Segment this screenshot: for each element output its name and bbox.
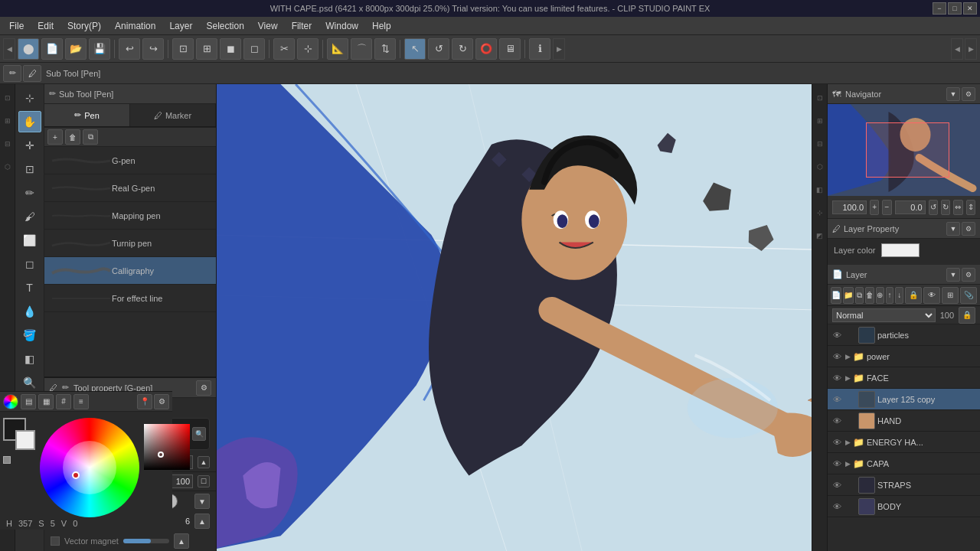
layer-new-btn[interactable]: 📄: [831, 287, 841, 304]
extra-scroll-right[interactable]: ▶: [965, 38, 977, 60]
vector-magnet-opt[interactable]: ▲: [174, 533, 189, 549]
undo-btn[interactable]: ↩: [119, 38, 140, 60]
brush-mapping-pen[interactable]: Mapping pen: [44, 202, 216, 230]
tool-fill[interactable]: 🪣: [18, 324, 41, 346]
antialias-opt-btn[interactable]: ▼: [194, 494, 210, 509]
sub-icon2-btn[interactable]: 🖊: [23, 65, 41, 82]
menu-window[interactable]: Window: [319, 19, 364, 33]
tool-pen[interactable]: ✏: [18, 182, 41, 204]
layer-folder-btn[interactable]: 📁: [843, 287, 854, 304]
tool-eyedropper[interactable]: 💧: [18, 301, 41, 322]
flip-h-btn[interactable]: ⇔: [953, 200, 962, 215]
layer-hand[interactable]: 👁 HAND: [828, 410, 980, 432]
menu-edit[interactable]: Edit: [31, 19, 60, 33]
menu-story[interactable]: Story(P): [61, 19, 107, 33]
tool-eraser[interactable]: ⬜: [18, 230, 41, 251]
right-icon-btn4[interactable]: ⬡: [813, 156, 827, 178]
canvas-area[interactable]: [217, 84, 812, 551]
layer-arrow-capa[interactable]: ▶: [845, 460, 851, 468]
layer-arrow-power[interactable]: ▶: [845, 353, 851, 360]
brush-calligraphy[interactable]: Calligraphy: [44, 257, 216, 285]
subtool-opt-add[interactable]: +: [47, 129, 63, 145]
color-wheel[interactable]: [44, 418, 139, 517]
layer-opacity-lock-btn[interactable]: 🔒: [959, 307, 975, 324]
crop-btn[interactable]: ✂: [273, 38, 295, 60]
rotate-left-btn[interactable]: ↺: [929, 200, 938, 215]
layer-vis-hand[interactable]: 👁: [831, 415, 843, 427]
tool-gradient[interactable]: ◧: [18, 348, 41, 370]
tool-shape[interactable]: ◻: [18, 253, 41, 275]
rotate-ccw-btn[interactable]: ↺: [428, 38, 449, 60]
layer-lock-btn[interactable]: 🔒: [905, 287, 922, 304]
right-icon-btn3[interactable]: ⊟: [813, 133, 827, 155]
layer-vis-straps[interactable]: 👁: [831, 479, 843, 491]
display-btn[interactable]: 🖥: [499, 38, 521, 60]
brush-size-lock-btn[interactable]: ▲: [198, 456, 210, 468]
info-btn[interactable]: ℹ: [529, 38, 550, 60]
far-left-btn2[interactable]: ⊞: [1, 110, 15, 132]
vector-magnet-checkbox[interactable]: [51, 536, 60, 546]
transform-btn[interactable]: ⊡: [172, 38, 194, 60]
layer-capa[interactable]: 👁 ▶ 📁 CAPA: [828, 453, 980, 474]
menu-view[interactable]: View: [252, 19, 284, 33]
layer-power[interactable]: 👁 ▶ 📁 power: [828, 346, 980, 367]
brush-effect-line[interactable]: For effect line: [44, 285, 216, 312]
layer-alpha-lock-btn[interactable]: ⊞: [942, 287, 959, 304]
tool-move[interactable]: ✛: [18, 135, 41, 156]
layer-body[interactable]: 👁 BODY: [828, 496, 980, 517]
brush-real-g-pen[interactable]: Real G-pen: [44, 174, 216, 202]
subtool-opt-copy[interactable]: ⧉: [83, 129, 98, 145]
color-more-btn[interactable]: ≡: [74, 394, 89, 409]
color-hex-btn[interactable]: #: [56, 394, 71, 409]
toolprop-opt-btn[interactable]: ⚙: [196, 380, 211, 396]
layer-energy[interactable]: 👁 ▶ 📁 ENERGY HA...: [828, 432, 980, 453]
zoom-in-btn[interactable]: +: [870, 200, 879, 215]
layer-up-btn[interactable]: ↑: [886, 287, 894, 304]
menu-filter[interactable]: Filter: [286, 19, 318, 33]
stabilization-opt-btn[interactable]: ▲: [194, 514, 210, 529]
layer-color-swatch[interactable]: [881, 243, 920, 257]
color-opt-btn[interactable]: ⚙: [154, 394, 169, 409]
select-tool-btn[interactable]: ⊹: [297, 38, 318, 60]
subtool-opt-trash[interactable]: 🗑: [65, 129, 80, 145]
close-button[interactable]: ✕: [963, 2, 977, 15]
open-btn[interactable]: 📂: [65, 38, 87, 60]
layer-clipping-btn[interactable]: 📎: [960, 287, 977, 304]
color-wheel-container[interactable]: [44, 418, 139, 517]
right-icon-btn6[interactable]: ⊹: [813, 202, 827, 223]
far-left-btn3[interactable]: ⊟: [1, 133, 15, 155]
layerprop-opt-btn[interactable]: ⚙: [962, 222, 975, 236]
layer-vis-125[interactable]: 👁: [831, 393, 843, 406]
tool-text[interactable]: T: [18, 277, 41, 298]
toolbar-scroll-right[interactable]: ▶: [553, 38, 565, 60]
layer-vis-power[interactable]: 👁: [831, 350, 843, 363]
circle-btn[interactable]: ⭕: [475, 38, 497, 60]
tab-pen[interactable]: ✏ Pen: [44, 104, 130, 126]
right-icon-btn7[interactable]: ◩: [813, 225, 827, 246]
toolbar-scroll-left[interactable]: ◀: [3, 38, 15, 60]
right-icon-btn5[interactable]: ◧: [813, 179, 827, 201]
flip-btn[interactable]: ⇅: [374, 38, 396, 60]
menu-selection[interactable]: Selection: [200, 19, 250, 33]
layer-delete-btn[interactable]: 🗑: [865, 287, 874, 304]
right-icon-btn1[interactable]: ⊡: [813, 87, 827, 109]
tool-hand[interactable]: ✋: [18, 111, 41, 132]
layer-vis-particles[interactable]: 👁: [831, 329, 843, 341]
layer-merge-btn[interactable]: ⊕: [876, 287, 884, 304]
layer-copy-btn[interactable]: ⧉: [855, 287, 864, 304]
rotate-cw-btn[interactable]: ↻: [452, 38, 473, 60]
select-all-btn[interactable]: ◼: [220, 38, 241, 60]
sub-icon-btn[interactable]: ✏: [3, 65, 21, 82]
menu-help[interactable]: Help: [366, 19, 397, 33]
deselect-btn[interactable]: ◻: [243, 38, 265, 60]
layer-vis-energy[interactable]: 👁: [831, 436, 843, 448]
opacity-lock-btn[interactable]: ☐: [198, 475, 210, 487]
menu-animation[interactable]: Animation: [109, 19, 162, 33]
layer-face[interactable]: 👁 ▶ 📁 FACE: [828, 367, 980, 389]
zoom-out-btn[interactable]: −: [882, 200, 891, 215]
tool-brush[interactable]: 🖌: [18, 206, 41, 227]
zoom-input[interactable]: [832, 201, 867, 214]
layer-opt-btn[interactable]: ⚙: [962, 268, 975, 282]
brush-g-pen[interactable]: G-pen: [44, 147, 216, 174]
brush-turnip-pen[interactable]: Turnip pen: [44, 230, 216, 257]
